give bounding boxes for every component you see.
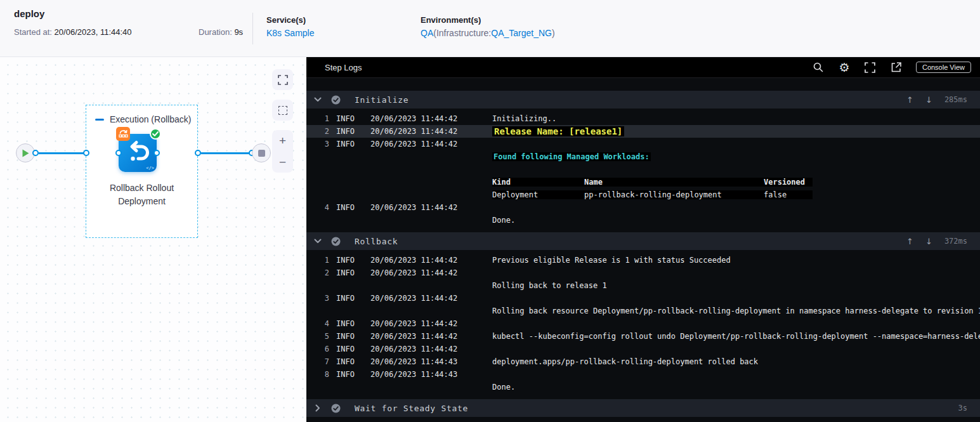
line-level: INFO	[336, 127, 362, 136]
line-level: INFO	[336, 256, 362, 265]
line-timestamp: 20/06/2023 11:44:42	[370, 332, 466, 341]
scroll-bottom-icon[interactable]: ↓	[925, 95, 932, 105]
pipeline-title: deploy	[14, 8, 44, 19]
chevron-down-icon[interactable]	[314, 97, 322, 102]
started-at-value: 20/06/2023, 11:44:40	[55, 27, 132, 37]
line-timestamp: 20/06/2023 11:44:42	[370, 268, 466, 277]
expand-icon[interactable]	[864, 61, 877, 74]
connector-step-right[interactable]	[154, 150, 160, 156]
service-link[interactable]: K8s Sample	[266, 28, 314, 38]
connector-stage-right[interactable]	[195, 150, 201, 156]
log-line: 1INFO20/06/2023 11:44:42Initializing..	[306, 112, 980, 125]
line-level: INFO	[336, 370, 362, 379]
step-logs-topbar: Step Logs ⚙ Console View	[306, 57, 980, 78]
log-line: 4INFO20/06/2023 11:44:42	[306, 201, 980, 214]
stage-label: Execution (Rollback)	[110, 114, 191, 124]
log-section-header[interactable]: Wait for Steady State3s	[306, 399, 980, 417]
execution-page: deploy Started at: 20/06/2023, 11:44:40 …	[0, 0, 980, 422]
line-timestamp: 20/06/2023 11:44:42	[370, 127, 466, 136]
line-level: INFO	[336, 203, 362, 212]
line-timestamp: 20/06/2023 11:44:43	[370, 370, 466, 379]
rollback-step-node[interactable]: </>	[119, 134, 157, 172]
line-timestamp: 20/06/2023 11:44:42	[370, 319, 466, 328]
environment-link[interactable]: QA	[421, 28, 433, 38]
connector-start[interactable]	[32, 150, 39, 156]
line-message: Release Name: [release1]	[492, 126, 980, 136]
section-lines: 1INFO20/06/2023 11:44:42Previous eligibl…	[306, 250, 980, 396]
line-number: 3	[317, 140, 329, 148]
console-view-button[interactable]: Console View	[916, 62, 971, 73]
scroll-bottom-icon[interactable]: ↓	[925, 237, 932, 246]
scroll-top-icon[interactable]: ↑	[906, 237, 913, 246]
line-timestamp: 20/06/2023 11:44:42	[370, 345, 466, 353]
line-message: KindNameVersioned	[492, 178, 980, 187]
line-level: INFO	[336, 332, 362, 341]
line-level: INFO	[336, 114, 362, 123]
zoom-in-button[interactable]: +	[279, 135, 286, 147]
log-line: 2INFO20/06/2023 11:44:42	[306, 267, 980, 279]
stop-icon	[258, 150, 265, 157]
line-number: 1	[317, 256, 329, 265]
log-sections: Initialize↑↓285ms1INFO20/06/2023 11:44:4…	[306, 78, 980, 417]
infrastructure-link[interactable]: QA_Target_NG	[491, 28, 552, 38]
line-message: Rolling back resource Deployment/pp-roll…	[492, 307, 980, 315]
canvas-select-button[interactable]	[272, 100, 293, 121]
log-line: Deploymentpp-rollback-rolling-deployment…	[306, 188, 980, 201]
connector-step-left[interactable]	[115, 150, 122, 156]
log-line: Rolling back resource Deployment/pp-roll…	[306, 305, 980, 317]
line-number: 4	[317, 319, 329, 328]
log-line: 1INFO20/06/2023 11:44:42Previous eligibl…	[306, 254, 980, 267]
scroll-top-icon[interactable]: ↑	[906, 95, 913, 105]
step-logs-panel: Step Logs ⚙ Console View Initialize↑↓285…	[306, 57, 980, 422]
line-number: 5	[317, 332, 329, 341]
section-success-icon	[331, 404, 341, 413]
line-level: INFO	[336, 140, 362, 148]
log-section: Rollback↑↓372ms1INFO20/06/2023 11:44:42P…	[306, 232, 980, 396]
pipeline-canvas[interactable]: Execution (Rollback)	[0, 57, 306, 422]
log-line: Done.	[306, 214, 980, 227]
chevron-down-icon[interactable]	[314, 239, 322, 244]
log-section-header[interactable]: Initialize↑↓285ms	[306, 91, 980, 109]
workloads-table-row: Deploymentpp-rollback-rolling-deployment…	[492, 190, 813, 199]
log-line: Found following Managed Workloads:	[306, 150, 980, 163]
log-line: 7INFO20/06/2023 11:44:43deployment.apps/…	[306, 355, 980, 368]
section-title: Rollback	[355, 237, 398, 246]
rollback-badge-icon	[116, 127, 130, 141]
code-glyph: </>	[146, 166, 154, 171]
line-message: Deploymentpp-rollback-rolling-deployment…	[492, 190, 980, 199]
section-title: Initialize	[355, 95, 408, 105]
connector-stage-left[interactable]	[83, 150, 89, 156]
line-message: kubectl --kubeconfig=config rollout undo…	[492, 332, 980, 341]
stage-dash-icon	[95, 119, 104, 121]
line-number: 3	[317, 294, 329, 303]
line-number: 4	[317, 203, 329, 212]
services-block: Service(s) K8s Sample	[266, 15, 314, 38]
line-number: 1	[317, 114, 329, 123]
end-node[interactable]	[252, 143, 271, 162]
services-label: Service(s)	[266, 15, 314, 25]
log-section-header[interactable]: Rollback↑↓372ms	[306, 232, 980, 250]
section-duration: 372ms	[944, 237, 967, 246]
edge-stage-to-end	[201, 152, 249, 154]
open-in-new-icon[interactable]	[890, 61, 903, 74]
line-number: 8	[317, 370, 329, 379]
environments-block: Environment(s) QA(Infrastructure:QA_Targ…	[421, 15, 555, 38]
workloads-table-header: KindNameVersioned	[492, 178, 813, 187]
line-message: Rolling back to release 1	[492, 281, 980, 290]
line-timestamp: 20/06/2023 11:44:43	[370, 357, 466, 366]
chevron-right-icon[interactable]	[314, 406, 322, 411]
marquee-icon	[278, 106, 287, 115]
line-message: Found following Managed Workloads:	[492, 152, 980, 161]
settings-gear-icon[interactable]: ⚙	[838, 61, 851, 74]
log-line: 8INFO20/06/2023 11:44:43	[306, 368, 980, 381]
line-message: Done.	[492, 383, 980, 392]
canvas-fullscreen-button[interactable]	[272, 69, 293, 90]
line-number: 2	[317, 127, 329, 136]
log-section: Wait for Steady State3s	[306, 399, 980, 417]
edge-start-to-stage	[39, 152, 86, 154]
search-icon[interactable]	[812, 61, 825, 74]
line-level: INFO	[336, 319, 362, 328]
zoom-out-button[interactable]: −	[279, 156, 286, 168]
log-line: 2INFO20/06/2023 11:44:42Release Name: [r…	[306, 125, 980, 138]
line-level: INFO	[336, 268, 362, 277]
